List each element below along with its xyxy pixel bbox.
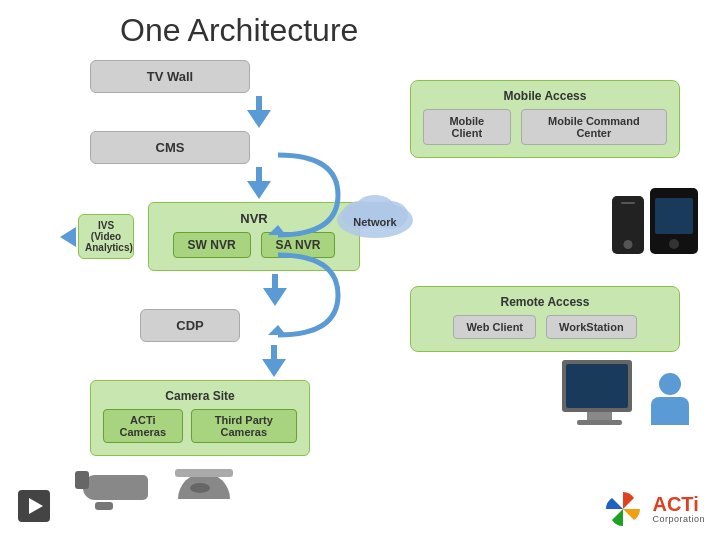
- remote-access-label: Remote Access: [423, 295, 667, 309]
- svg-marker-6: [268, 325, 286, 335]
- cdp-box: CDP: [140, 309, 240, 342]
- arrow-tv-cms: [256, 96, 262, 110]
- bullet-camera-image: [75, 465, 150, 510]
- camera-images: [75, 465, 234, 510]
- ivs-box: IVS (Video Analytics): [78, 214, 134, 259]
- person-image: [647, 373, 692, 425]
- acti-logo: ACTi Corporation: [602, 488, 705, 530]
- mobile-client-box: Mobile Client: [423, 109, 511, 145]
- sw-nvr-box: SW NVR: [173, 232, 251, 258]
- mobile-access-label: Mobile Access: [423, 89, 667, 103]
- remote-access-section: Remote Access Web Client WorkStation: [410, 286, 680, 352]
- workstation-box: WorkStation: [546, 315, 637, 339]
- web-client-box: Web Client: [453, 315, 536, 339]
- arrow-ivs: [60, 227, 76, 247]
- mobile-access-section: Mobile Access Mobile Client Mobile Comma…: [410, 80, 680, 158]
- camera-site-section: Camera Site ACTi Cameras Third Party Cam…: [90, 380, 310, 456]
- third-party-cameras-box: Third Party Cameras: [191, 409, 297, 443]
- remote-inner: Web Client WorkStation: [423, 315, 667, 339]
- monitor-image: [562, 360, 637, 425]
- arrow-cms-nvr: [256, 167, 262, 181]
- play-button[interactable]: [18, 490, 50, 522]
- mobile-command-center-box: Mobile Command Center: [521, 109, 667, 145]
- camera-site-label: Camera Site: [103, 389, 297, 403]
- acti-pinwheel-icon: [602, 488, 644, 530]
- mobile-devices-images: [612, 188, 698, 254]
- arrowhead-cdp-camera: [262, 359, 286, 377]
- cms-box: CMS: [90, 131, 250, 164]
- tablet-image: [650, 188, 698, 254]
- page-title: One Architecture: [120, 12, 358, 49]
- arrow-cdp-camera: [271, 345, 277, 359]
- acti-name: ACTi: [652, 494, 705, 514]
- dome-camera-image: [174, 465, 234, 510]
- tv-wall-box: TV Wall: [90, 60, 250, 93]
- curved-arrow-bottom: [268, 245, 348, 345]
- svg-marker-5: [268, 225, 286, 235]
- phone-image: [612, 196, 644, 254]
- acti-corp: Corporation: [652, 514, 705, 524]
- curved-arrow-right: [268, 145, 348, 245]
- arrowhead-cms-nvr: [247, 181, 271, 199]
- arrowhead-tv-cms: [247, 110, 271, 128]
- svg-text:Network: Network: [353, 216, 397, 228]
- camera-inner: ACTi Cameras Third Party Cameras: [103, 409, 297, 443]
- mobile-inner: Mobile Client Mobile Command Center: [423, 109, 667, 145]
- acti-cameras-box: ACTi Cameras: [103, 409, 183, 443]
- desktop-images: [562, 360, 692, 425]
